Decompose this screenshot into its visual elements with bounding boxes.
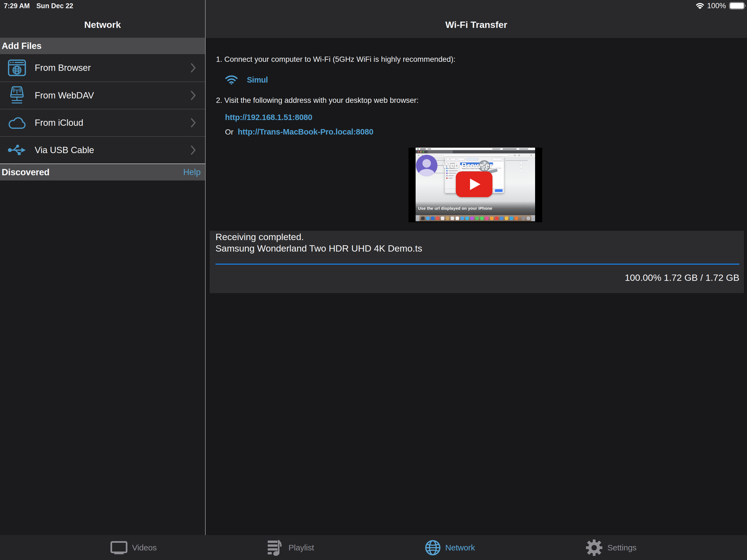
transfer-status: Receiving completed. [215, 232, 304, 242]
wifi-network-icon [225, 75, 238, 85]
mac-menubar [416, 148, 535, 150]
alternate-url-row: Or http://Trans-MacBook-Pro.local:8080 [225, 127, 373, 136]
tab-videos[interactable]: Videos [110, 541, 157, 554]
sidebar-title: Network [0, 19, 205, 30]
section-header-discovered: Discovered Help [0, 163, 205, 180]
tab-playlist[interactable]: Playlist [267, 539, 314, 556]
tab-label: Videos [132, 543, 157, 552]
wifi-network-name[interactable]: Simul [247, 75, 268, 84]
status-bar-left: 7:29 AM Sun Dec 22 [4, 2, 73, 10]
battery-percent: 100% [707, 2, 726, 10]
video-frame-mac-desktop: Web Browser ... Use the url displayed on… [416, 148, 535, 221]
instruction-step-2: 2. Visit the following address with your… [216, 96, 419, 105]
tab-settings[interactable]: Settings [586, 539, 637, 556]
play-icon [470, 179, 481, 190]
progress-bar-fill [215, 263, 739, 265]
chevron-right-icon [191, 63, 196, 73]
settings-icon [586, 539, 602, 556]
wifi-transfer-app-screen: 7:29 AM Sun Dec 22 Network Add Files [0, 0, 747, 560]
chevron-right-icon [191, 118, 196, 127]
progress-bar [215, 263, 739, 265]
usb-icon [8, 140, 26, 160]
page-title: Wi-Fi Transfer [206, 19, 747, 30]
or-label: Or [225, 128, 233, 136]
tab-label: Playlist [288, 543, 314, 552]
section-header-label: Discovered [2, 167, 50, 177]
section-header-add-files: Add Files [0, 38, 205, 54]
channel-avatar[interactable] [416, 155, 437, 176]
webdav-icon [8, 85, 26, 105]
section-header-label: Add Files [2, 41, 42, 51]
sidebar-item-label: From iCloud [35, 118, 83, 128]
browser-icon [8, 58, 26, 78]
wifi-network-row: Simul [225, 74, 268, 85]
instruction-step-1: 1. Connect your computer to Wi-Fi (5GHz … [216, 55, 456, 64]
chevron-right-icon [191, 91, 196, 100]
wifi-transfer-panel: Wi-Fi Transfer 100% [206, 0, 747, 535]
chevron-right-icon [191, 146, 196, 155]
video-overlay-title[interactable]: Web Browser ... [443, 161, 501, 170]
wifi-status-icon [696, 3, 704, 9]
tab-label: Settings [607, 543, 637, 552]
add-files-list: From Browser [0, 54, 205, 163]
status-bar-right: 100% [696, 1, 746, 10]
playlist-icon [267, 539, 284, 556]
tab-bar: Videos Playlist [0, 535, 747, 560]
sidebar-item-from-webdav[interactable]: From WebDAV [0, 81, 205, 109]
transfer-url-primary[interactable]: http://192.168.1.51:8080 [225, 113, 312, 122]
sidebar-item-from-icloud[interactable]: From iCloud [0, 109, 205, 136]
sidebar-nav-bar: 7:29 AM Sun Dec 22 Network [0, 0, 205, 38]
browser-tab-strip [416, 150, 535, 153]
sidebar-item-via-usb-cable[interactable]: Via USB Cable [0, 136, 205, 163]
play-button[interactable] [456, 172, 492, 197]
battery-icon [729, 2, 746, 9]
tab-network[interactable]: Network [425, 540, 475, 556]
transfer-url-secondary[interactable]: http://Trans-MacBook-Pro.local:8080 [238, 127, 374, 136]
videos-icon [110, 541, 127, 554]
video-caption: Use the url displayed on your iPhone [418, 206, 492, 210]
video-letterbox [416, 221, 535, 222]
icloud-icon [8, 113, 26, 133]
browser-url-bar [416, 153, 535, 157]
mac-dock [419, 215, 531, 221]
sidebar-item-label: From Browser [35, 62, 91, 73]
sidebar-item-from-browser[interactable]: From Browser [0, 54, 205, 81]
dialog-open-button [495, 189, 503, 192]
status-time: 7:29 AM [4, 2, 30, 10]
help-link[interactable]: Help [183, 167, 201, 177]
sidebar-item-label: From WebDAV [35, 90, 94, 101]
progress-detail: 100.00% 1.72 GB / 1.72 GB [625, 272, 739, 283]
tab-label: Network [445, 543, 475, 552]
sidebar-network-panel: 7:29 AM Sun Dec 22 Network Add Files [0, 0, 205, 535]
video-menu-icon[interactable] [520, 162, 522, 174]
transfer-filename: Samsung Wonderland Two HDR UHD 4K Demo.t… [215, 243, 422, 254]
sidebar-item-label: Via USB Cable [35, 145, 94, 155]
network-icon [425, 540, 441, 556]
status-date: Sun Dec 22 [36, 2, 73, 10]
transfer-progress-panel: Receiving completed. Samsung Wonderland … [210, 231, 744, 293]
main-nav-bar: Wi-Fi Transfer 100% [206, 0, 747, 38]
tutorial-video-player[interactable]: Web Browser ... Use the url displayed on… [409, 148, 542, 222]
